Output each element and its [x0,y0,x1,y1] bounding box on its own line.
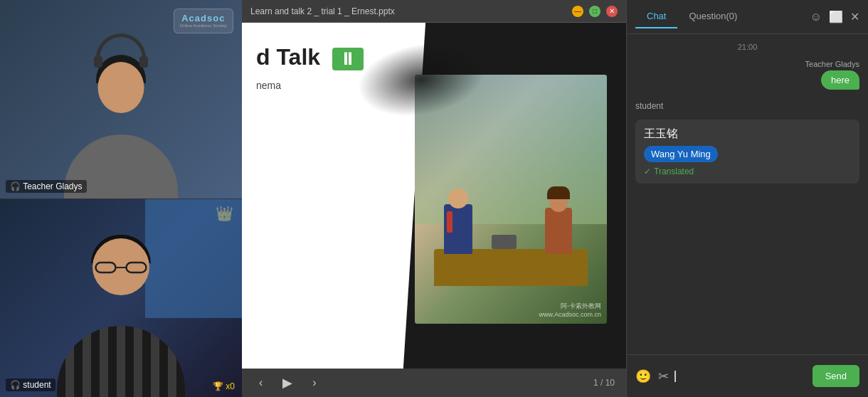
teacher-face [98,62,144,113]
teacher-label: 🎧 Teacher Gladys [6,180,87,193]
footer-icons: 🙂 ✂ [635,369,669,384]
brand-tagline-text: Online Academic Society [180,23,227,29]
minimize-button[interactable]: — [572,6,583,17]
right-panel: Chat Question(0) ☺ ⬜ ✕ 21:00 Teacher Gla… [626,0,868,397]
maximize-button[interactable]: □ [589,6,600,17]
student-glasses [95,261,148,274]
trophy-count-text: x0 [226,381,235,391]
student-face [92,238,149,295]
prev-slide-button[interactable]: ‹ [253,374,268,392]
student-body [57,326,185,397]
svg-rect-1 [127,263,147,272]
translation-card: 王玉铭 Wang Yu Ming ✓ Translated [635,120,859,184]
scissors-button[interactable]: ✂ [658,369,669,384]
middle-panel: Learn and talk 2 _ trial 1 _ Ernest.pptx… [242,0,626,397]
brand-name-text: Acadsoc [180,13,227,23]
chat-header: Chat Question(0) ☺ ⬜ ✕ [627,0,868,34]
translated-badge: ✓ Translated [644,166,851,176]
trophy-count: 🏆 x0 [213,381,235,391]
slide-counter: 1 / 10 [593,378,615,388]
chat-footer: 🙂 ✂ Send [627,354,868,397]
shirt-stripes [57,326,185,397]
message-bubble: here [821,70,859,90]
presentation-title: Learn and talk 2 _ trial 1 _ Ernest.pptx [250,6,395,16]
teacher-name-text: Teacher Gladys [23,181,82,191]
play-button[interactable]: ▶ [277,372,298,393]
headset-icon: 🎧 [10,181,21,191]
slide-controls: ‹ ▶ › 1 / 10 [242,369,626,397]
blue-wall-bg [145,199,242,318]
next-slide-button[interactable]: › [307,374,322,392]
emoji-button[interactable]: 🙂 [635,369,651,384]
student-name-text: student [23,380,51,390]
teacher-silhouette [0,30,242,198]
teacher-headset [96,33,146,62]
slide-nav: ‹ ▶ › [253,372,322,393]
teacher-video-feed: Acadsoc Online Academic Society 🎧 Teache… [0,0,242,199]
check-icon: ✓ [644,166,651,176]
title-bar: Learn and talk 2 _ trial 1 _ Ernest.pptx… [242,0,626,23]
chinese-text: 王玉铭 [644,127,851,142]
chat-input-area[interactable] [674,364,813,389]
title-bar-controls: — □ ✕ [572,6,618,17]
chat-tabs: Chat Question(0) [635,5,748,28]
send-button[interactable]: Send [813,365,859,387]
slide-content: d Talk ⏸ nema [242,23,626,369]
chat-timestamp: 21:00 [635,43,859,51]
tab-question[interactable]: Question(0) [677,5,748,28]
student-section-label: student [635,101,859,111]
slide-title: d Talk ⏸ [256,44,364,70]
svg-rect-0 [96,263,116,272]
watermark-line1: 阿-卡索外教网 [539,302,601,311]
smiley-header-icon[interactable]: ☺ [810,11,822,23]
couple-image: 阿-卡索外教网 www.Acadsoc.com.cn [415,75,607,324]
close-chat-button[interactable]: ✕ [850,10,859,23]
translated-text: Translated [654,166,694,176]
student-video-feed: 👑 🎧 student [0,199,242,398]
input-cursor [674,371,676,382]
tab-chat[interactable]: Chat [635,5,677,28]
close-window-button[interactable]: ✕ [606,6,618,17]
student-label: 🎧 student [6,379,55,391]
message-sender: Teacher Gladys [805,60,859,68]
watermark: 阿-卡索外教网 www.Acadsoc.com.cn [539,302,601,318]
window-header-icon[interactable]: ⬜ [829,10,843,23]
presentation-area: d Talk ⏸ nema [242,23,626,369]
left-panel: Acadsoc Online Academic Society 🎧 Teache… [0,0,242,397]
headset-icon-student: 🎧 [10,380,21,390]
slide-subtitle: nema [256,80,281,91]
watermark-line2: www.Acadsoc.com.cn [539,311,601,318]
chat-body: 21:00 Teacher Gladys here student 王玉铭 Wa… [627,34,868,354]
acadsoc-brand: Acadsoc Online Academic Society [174,9,233,33]
english-text: Wang Yu Ming [644,146,718,162]
chat-header-icons: ☺ ⬜ ✕ [810,10,859,23]
teacher-message: Teacher Gladys here [635,60,859,90]
trophy-icon: 🏆 [213,381,223,391]
slide-title-text: d Talk [256,44,320,70]
